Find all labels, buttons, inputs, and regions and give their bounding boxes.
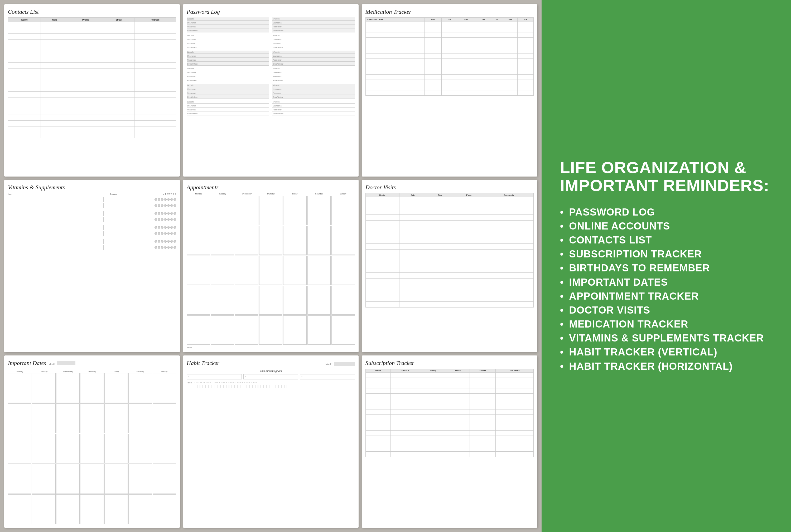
vitamins-body xyxy=(8,197,176,348)
day-label: Monday xyxy=(8,371,32,373)
table-row xyxy=(366,296,534,302)
num: 6 xyxy=(201,382,202,383)
list-item-contacts: CONTACTS LIST xyxy=(560,233,773,247)
vit-item-field xyxy=(8,217,104,222)
appointments-title: Appointments xyxy=(187,184,355,191)
appt-cell xyxy=(308,286,331,315)
appt-cell xyxy=(331,255,355,285)
pw-email: Email linked: xyxy=(272,46,355,49)
dates-calendar-grid xyxy=(8,373,176,524)
habit-cell xyxy=(270,385,272,388)
table-row xyxy=(366,436,534,441)
vit-item-col: Item xyxy=(8,193,110,195)
pw-website: Website: xyxy=(187,51,269,54)
habit-tracker-rows xyxy=(187,385,355,524)
cal-cell xyxy=(8,464,31,494)
table-row xyxy=(366,226,534,232)
cal-cell xyxy=(56,403,80,433)
table-row xyxy=(366,38,534,43)
list-item-habit-vertical: HABIT TRACKER (VERTICAL) xyxy=(560,345,773,359)
table-row xyxy=(8,22,176,28)
cal-cell xyxy=(153,434,176,463)
day-friday: Friday xyxy=(283,193,307,195)
appt-cell xyxy=(187,226,210,255)
pw-website: Website: xyxy=(272,17,355,21)
cal-cell xyxy=(32,373,55,403)
cal-cell xyxy=(56,434,80,463)
vit-dose-field xyxy=(105,197,153,202)
day-saturday: Saturday xyxy=(307,193,331,195)
table-row xyxy=(366,255,534,261)
table-row xyxy=(8,127,176,132)
table-row xyxy=(8,39,176,45)
num: 12 xyxy=(211,382,213,383)
vit-t2: T xyxy=(169,193,171,195)
col-role: Role xyxy=(41,18,68,22)
pw-email: Email linked: xyxy=(187,62,269,65)
important-dates-title: Important Dates xyxy=(8,360,46,366)
table-row xyxy=(366,43,534,48)
habit-cell xyxy=(258,385,261,388)
sub-col-monthly: Monthly xyxy=(420,368,446,372)
cal-cell xyxy=(8,494,31,524)
table-row xyxy=(366,249,534,255)
appt-cell xyxy=(283,196,307,225)
list-item-appointments: APPOINTMENT TRACKER xyxy=(560,289,773,303)
appt-cell xyxy=(259,286,283,315)
med-col-mon: Mon xyxy=(424,18,442,22)
med-col-wed: Wed xyxy=(457,18,475,22)
habit-cell xyxy=(220,385,223,388)
appt-cell xyxy=(283,316,307,344)
table-row xyxy=(8,97,176,103)
cal-cell xyxy=(105,434,128,463)
appt-cell xyxy=(331,316,355,344)
pw-email: Email linked: xyxy=(187,112,269,115)
appt-cell xyxy=(235,255,258,285)
day-label: Friday xyxy=(104,371,128,373)
vit-circles xyxy=(154,198,176,201)
habit-month-label: Month: xyxy=(325,363,333,365)
table-row xyxy=(366,393,534,399)
doctor-col-doctor: Doctor xyxy=(366,193,400,197)
table-row xyxy=(366,197,534,203)
habit-goal-3: 3 xyxy=(300,374,355,379)
habit-card: Habit Tracker Month: This month's goals … xyxy=(183,356,358,528)
num: 3 xyxy=(197,382,198,383)
appt-cell xyxy=(308,316,331,344)
doctor-title: Doctor Visits xyxy=(365,184,534,191)
appt-cell xyxy=(259,255,283,285)
important-dates-card: Important Dates Month: Monday Tuesday We… xyxy=(4,356,180,528)
table-row xyxy=(366,378,534,383)
table-row xyxy=(8,45,176,51)
cal-cell xyxy=(8,403,31,433)
med-col-sat: Sat xyxy=(503,18,517,22)
pw-entry: Website: Username: Password: Email linke… xyxy=(272,51,355,65)
pw-password: Password: xyxy=(272,92,355,95)
habit-cell xyxy=(252,385,255,388)
num: 14 xyxy=(216,382,218,383)
vit-circles xyxy=(154,226,176,229)
vit-item-field xyxy=(8,225,104,230)
table-row xyxy=(366,215,534,221)
habit-cell xyxy=(203,385,206,388)
pw-username: Username: xyxy=(187,21,269,24)
pw-entry: Website: Username: Password: Email linke… xyxy=(272,17,355,33)
habit-boxes xyxy=(197,385,287,388)
contacts-card: Contacts List Name Role Phone Email Addr… xyxy=(4,4,180,176)
pw-website: Website: xyxy=(272,51,355,54)
table-row xyxy=(366,451,534,457)
table-row xyxy=(366,383,534,388)
vit-group-4 xyxy=(8,239,176,250)
important-dates-header: Important Dates Month: xyxy=(8,360,176,368)
table-row xyxy=(366,425,534,430)
doctor-col-place: Place xyxy=(454,193,484,197)
subscription-title: Subscription Tracker xyxy=(365,360,534,366)
table-row xyxy=(366,22,534,27)
table-row xyxy=(366,59,534,64)
password-col-1: Website: Username: Password: Email linke… xyxy=(187,17,269,117)
table-row xyxy=(8,132,176,138)
med-col-tue: Tue xyxy=(442,18,457,22)
right-panel-list: PASSWORD LOG ONLINE ACCOUNTS CONTACTS LI… xyxy=(560,205,773,373)
habit-goals-title: This month's goals xyxy=(187,370,355,373)
habit-track-row xyxy=(187,385,355,388)
